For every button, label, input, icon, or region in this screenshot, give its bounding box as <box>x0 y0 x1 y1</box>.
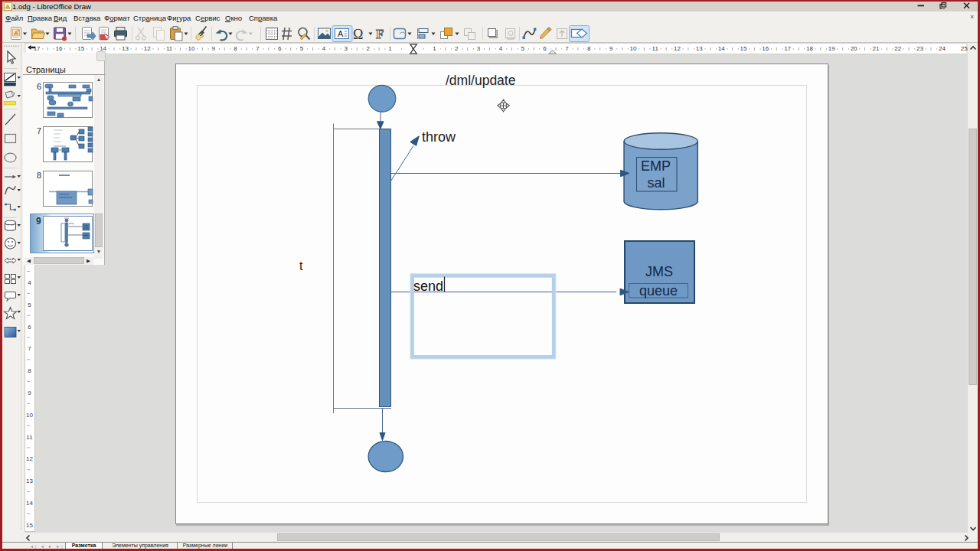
svg-text:8: 8 <box>587 45 591 52</box>
svg-text:sal: sal <box>647 175 665 191</box>
svg-text:send: send <box>413 279 443 294</box>
svg-text:17: 17 <box>34 45 41 52</box>
svg-text:4: 4 <box>28 279 31 286</box>
svg-text:16: 16 <box>55 45 62 52</box>
svg-text:9: 9 <box>28 390 31 396</box>
svg-text:11: 11 <box>652 45 659 52</box>
svg-text:7: 7 <box>28 345 31 352</box>
svg-text:22: 22 <box>894 45 901 52</box>
svg-text:20: 20 <box>851 45 858 52</box>
svg-text:3: 3 <box>345 45 348 52</box>
svg-text:14: 14 <box>26 500 33 507</box>
svg-text:1: 1 <box>388 45 392 52</box>
svg-text:2: 2 <box>366 45 370 52</box>
svg-text:16: 16 <box>762 45 769 52</box>
svg-text:15: 15 <box>77 45 84 52</box>
svg-text:11: 11 <box>166 45 173 52</box>
svg-text:9: 9 <box>212 45 216 52</box>
svg-text:24: 24 <box>939 45 946 52</box>
svg-text:EMP: EMP <box>641 158 671 174</box>
svg-text:5: 5 <box>300 45 304 52</box>
svg-text:14: 14 <box>718 45 725 52</box>
svg-text:4: 4 <box>499 45 503 52</box>
svg-text:3: 3 <box>477 45 481 52</box>
svg-text:13: 13 <box>26 478 33 484</box>
svg-text:/dml/update: /dml/update <box>446 73 515 88</box>
svg-text:JMS: JMS <box>645 264 673 279</box>
svg-text:12: 12 <box>674 45 681 52</box>
svg-text:6: 6 <box>28 324 31 331</box>
svg-text:11: 11 <box>26 434 33 441</box>
svg-text:6: 6 <box>543 45 547 52</box>
svg-text:25: 25 <box>961 45 968 52</box>
svg-text:23: 23 <box>916 45 923 52</box>
svg-text:4: 4 <box>322 45 326 52</box>
svg-text:7: 7 <box>565 45 569 52</box>
svg-text:19: 19 <box>828 45 835 52</box>
svg-text:t: t <box>299 259 303 272</box>
svg-text:1: 1 <box>433 45 436 52</box>
svg-text:5: 5 <box>28 302 31 308</box>
svg-text:9: 9 <box>609 45 613 52</box>
svg-text:5: 5 <box>521 45 525 52</box>
svg-text:throw: throw <box>422 129 456 145</box>
svg-text:15: 15 <box>26 522 33 529</box>
svg-text:2: 2 <box>455 45 459 52</box>
svg-text:7: 7 <box>256 45 260 52</box>
svg-text:12: 12 <box>26 455 33 462</box>
svg-text:queue: queue <box>639 283 678 298</box>
svg-text:13: 13 <box>122 45 129 52</box>
svg-text:6: 6 <box>278 45 282 52</box>
svg-text:12: 12 <box>144 45 151 52</box>
svg-text:21: 21 <box>872 45 879 52</box>
svg-text:8: 8 <box>234 45 237 52</box>
svg-text:18: 18 <box>806 45 813 52</box>
svg-text:17: 17 <box>784 45 791 52</box>
svg-text:10: 10 <box>629 45 636 52</box>
svg-text:10: 10 <box>188 45 194 52</box>
svg-text:15: 15 <box>740 45 747 52</box>
svg-text:A: A <box>338 29 344 38</box>
svg-text:10: 10 <box>26 412 33 419</box>
svg-text:13: 13 <box>696 45 703 52</box>
svg-text:8: 8 <box>28 367 31 374</box>
